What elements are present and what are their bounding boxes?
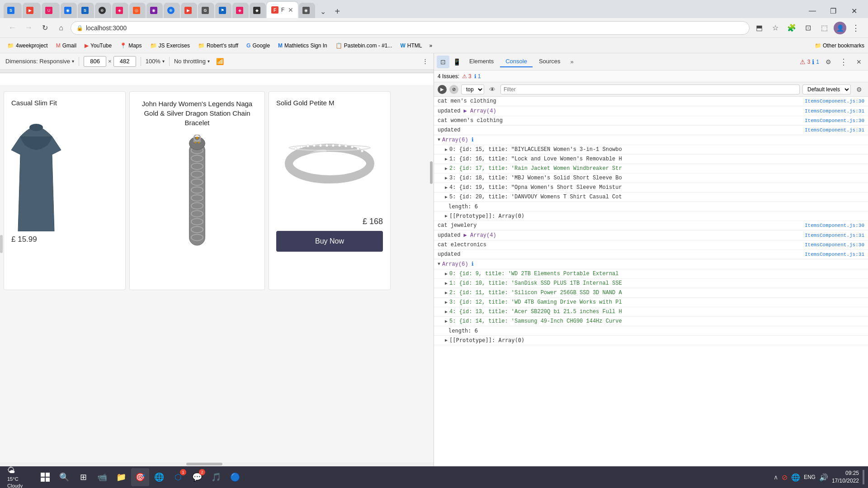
tab-11[interactable]: ▶	[181, 3, 197, 18]
address-bar[interactable]: 🔒 localhost:3000	[71, 21, 750, 35]
video-app-btn[interactable]: 📹	[93, 468, 111, 486]
tab-12[interactable]: G	[198, 3, 214, 18]
bookmark-js[interactable]: 📁 JS Exercises	[146, 41, 193, 50]
dt-settings-btn[interactable]: ⚙	[822, 56, 835, 68]
console-link-updated-jewelry[interactable]: ItemsComponent.js:31	[805, 233, 864, 238]
toolbar-more-btn[interactable]: ⋮	[422, 58, 428, 65]
tab-16[interactable]: ◉	[299, 3, 315, 18]
frame-selector[interactable]: top	[461, 84, 484, 94]
taskbar-messenger[interactable]: 💬 2	[188, 468, 206, 486]
new-tab-btn[interactable]: +	[330, 5, 344, 18]
dt-tab-elements[interactable]: Elements	[464, 56, 499, 67]
expand-elec-5[interactable]: ▶	[445, 319, 448, 324]
expand-arr6-4[interactable]: ▶	[445, 185, 448, 190]
horizontal-scrollbar[interactable]	[0, 462, 434, 466]
expand-elec-2[interactable]: ▶	[445, 290, 448, 296]
tab-active-close[interactable]: ✕	[288, 6, 293, 14]
bookmark-maps[interactable]: 📍 Maps	[116, 41, 145, 50]
other-bookmarks[interactable]: 📁 Other bookmarks	[815, 42, 864, 49]
menu-btn[interactable]: ⋮	[849, 21, 863, 35]
issues-badge-container[interactable]: ⚠ 3 ℹ 1	[800, 58, 819, 66]
expand-arr6-1[interactable]: ▶	[445, 156, 448, 162]
dimensions-selector[interactable]: Dimensions: Responsive ▾	[5, 58, 74, 65]
buy-now-btn[interactable]: Buy Now	[276, 231, 383, 252]
tray-network-icon[interactable]: 🌐	[791, 473, 800, 482]
reload-btn[interactable]: ↻	[38, 21, 52, 35]
console-link-updated-elec[interactable]: ItemsComponent.js:31	[805, 252, 864, 257]
taskbar-edge[interactable]: 🌐	[150, 468, 168, 486]
dt-device-btn[interactable]: 📱	[450, 56, 463, 68]
bookmark-mathletics[interactable]: M Mathletics Sign In	[274, 41, 331, 50]
throttle-selector[interactable]: No throttling ▾	[174, 58, 210, 65]
user-avatar[interactable]: 👤	[834, 22, 846, 34]
expand-arr6-0[interactable]: ▶	[445, 147, 448, 152]
bookmark-btn[interactable]: ☆	[769, 21, 782, 35]
file-explorer-btn[interactable]: 📁	[112, 468, 130, 486]
dt-vertical-dots[interactable]: ⋮	[837, 56, 850, 68]
bookmark-google[interactable]: G Google	[243, 41, 274, 50]
show-desktop-btn[interactable]	[863, 470, 864, 484]
expand-arr6[interactable]: ▼	[438, 137, 440, 142]
bookmark-gmail[interactable]: M Gmail	[52, 41, 80, 50]
forward-btn[interactable]: →	[22, 21, 35, 35]
expand-arr6-2[interactable]: ▶	[445, 166, 448, 171]
dt-tab-console[interactable]: Console	[500, 56, 533, 67]
tab-overflow-btn[interactable]: ⌄	[316, 5, 330, 18]
sensor-icon[interactable]: 📶	[216, 58, 224, 65]
tab-6[interactable]: ⊕	[95, 3, 111, 18]
console-link-1[interactable]: ItemsComponent.js:30	[805, 99, 864, 104]
dt-tab-sources[interactable]: Sources	[533, 56, 566, 67]
console-link-4[interactable]: ItemsComponent.js:31	[805, 127, 864, 133]
minimize-btn[interactable]: —	[802, 4, 823, 18]
tab-8[interactable]: ◎	[129, 3, 146, 18]
level-selector[interactable]: Default levels	[802, 84, 851, 94]
dt-more-tabs[interactable]: »	[567, 56, 577, 67]
tab-13[interactable]: ⚑	[215, 3, 231, 18]
expand-elec-1[interactable]: ▶	[445, 281, 448, 286]
dt-close-btn[interactable]: ✕	[853, 56, 865, 68]
weather-widget[interactable]: 🌤 15°C Cloudy	[4, 465, 35, 488]
tab-slides[interactable]: S	[4, 3, 22, 18]
bookmark-4weekproject[interactable]: 📁 4weekproject	[4, 41, 52, 50]
tray-up-arrow[interactable]: ∧	[774, 474, 778, 481]
expand-elec-3[interactable]: ▶	[445, 300, 448, 305]
back-btn[interactable]: ←	[5, 21, 19, 35]
expand-proto1[interactable]: ▶	[445, 213, 448, 219]
profile-btn[interactable]: ⊡	[801, 21, 815, 35]
console-link-cat-electronics[interactable]: ItemsComponent.js:30	[805, 242, 864, 248]
filter-input[interactable]	[500, 84, 800, 94]
tray-notification-icon[interactable]: ⊘	[782, 473, 788, 482]
bookmark-pastebin[interactable]: 📋 Pastebin.com - #1...	[332, 41, 396, 50]
expand-arr6-elec[interactable]: ▼	[438, 262, 440, 267]
maximize-btn[interactable]: ❐	[823, 4, 844, 18]
expand-arr6-5[interactable]: ▶	[445, 194, 448, 200]
tab-youtube[interactable]: ▶	[23, 3, 41, 18]
clock[interactable]: 09:25 17/10/2022	[832, 469, 859, 485]
bookmark-html[interactable]: W HTML	[397, 41, 426, 50]
dt-js-run-btn[interactable]: ▶	[438, 85, 447, 94]
height-input[interactable]	[113, 56, 136, 67]
width-input[interactable]	[84, 56, 106, 67]
expand-proto2[interactable]: ▶	[445, 338, 448, 343]
expand-elec-0[interactable]: ▶	[445, 271, 448, 277]
bookmarks-more-btn[interactable]: »	[427, 41, 435, 50]
taskbar-spotify[interactable]: 🎵	[207, 468, 225, 486]
split-view-btn[interactable]: ⬚	[817, 21, 831, 35]
search-taskbar-btn[interactable]: 🔍	[55, 468, 73, 486]
tray-volume[interactable]: 🔊	[819, 473, 828, 482]
taskbar-app5[interactable]: 🎯	[131, 468, 149, 486]
dt-gear-btn[interactable]: ⚙	[854, 84, 864, 95]
taskbar-chrome[interactable]: 🔵	[226, 468, 244, 486]
expand-elec-4[interactable]: ▶	[445, 309, 448, 314]
bookmark-roberts[interactable]: 📁 Robert's stuff	[194, 41, 242, 50]
tab-4[interactable]: ◉	[61, 3, 77, 18]
console-link-2[interactable]: ItemsComponent.js:31	[805, 108, 864, 114]
bookmark-youtube[interactable]: ▶ YouTube	[81, 41, 115, 50]
tab-10[interactable]: ⊕	[164, 3, 180, 18]
tab-active[interactable]: F F ✕	[267, 2, 298, 18]
dt-stop-btn[interactable]: ⊘	[449, 85, 458, 94]
taskbar-vscode[interactable]: ⬡ 1	[169, 468, 187, 486]
start-btn[interactable]	[36, 468, 54, 486]
expand-arr6-3[interactable]: ▶	[445, 175, 448, 181]
tab-9[interactable]: ◉	[146, 3, 163, 18]
